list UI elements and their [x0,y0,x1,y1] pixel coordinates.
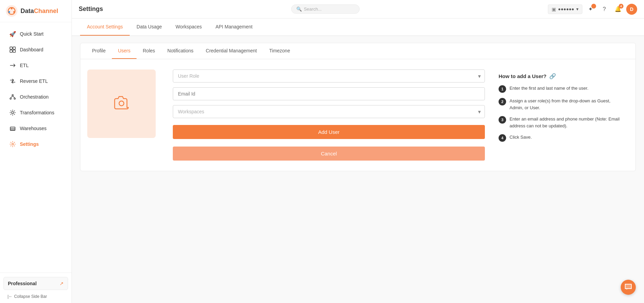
external-link-icon: ↗ [60,281,64,286]
sidebar-footer: Professional ↗ |← Collapse Side Bar [0,273,72,303]
svg-point-4 [13,11,15,13]
help-step-1: 1 Enter the first and last name of the u… [499,85,625,93]
svg-point-10 [10,98,11,99]
step-number-2: 2 [499,98,506,105]
svg-point-19 [119,101,124,106]
logo-channel-text: Channel [34,8,58,14]
svg-point-2 [11,8,13,10]
notifications-badge: 4 [619,4,623,9]
tab-credential-management[interactable]: Credential Management [199,43,263,59]
topbar: Settings 🔍 ▣ ●●●●●● ▾ ✦ ? 🔔 4 [72,0,644,18]
cancel-button[interactable]: Cancel [173,147,485,161]
step-number-4: 4 [499,134,506,142]
user-role-select[interactable]: User Role Guest Admin User [173,70,485,83]
chat-bubble[interactable] [621,280,636,295]
sidebar-item-label: Transformations [20,110,54,115]
tab-account-settings[interactable]: Account Settings [80,18,130,36]
topbar-actions: ▣ ●●●●●● ▾ ✦ ? 🔔 4 D [548,4,637,15]
search-bar[interactable]: 🔍 [291,4,360,14]
tab-users[interactable]: Users [112,43,137,59]
sidebar-item-reverse-etl[interactable]: Reverse ETL [3,74,69,89]
collapse-label: Collapse Side Bar [14,294,47,299]
svg-rect-5 [10,47,12,49]
sub-tabs: Profile Users Roles Notifications Creden… [80,43,635,59]
logo-data-text: Data [21,8,34,14]
workspaces-select[interactable]: Workspaces [173,105,485,118]
help-panel: How to add a User? 🔗 1 Enter the first a… [499,70,629,161]
link-icon[interactable]: 🔗 [549,73,556,79]
svg-rect-8 [13,50,15,52]
sidebar-item-settings[interactable]: Settings [3,137,69,152]
sidebar-item-label: Warehouses [20,126,47,131]
svg-point-3 [9,11,10,13]
svg-line-12 [11,96,13,98]
sidebar-item-label: Settings [20,141,39,147]
plan-label: Professional [8,281,37,286]
star-badge [591,4,596,9]
sidebar-item-etl[interactable]: ETL [3,58,69,73]
sidebar-nav: 🚀 Quick Start Dashboard ETL Reverse ETL [0,22,72,273]
svg-rect-6 [13,47,15,49]
svg-point-18 [12,143,14,145]
email-input[interactable] [173,87,485,100]
avatar-letter: D [630,7,633,12]
search-icon: 🔍 [296,7,302,12]
collapse-sidebar-btn[interactable]: |← Collapse Side Bar [3,293,68,300]
help-icon: ? [603,6,606,12]
help-btn[interactable]: ? [599,4,610,15]
step-number-3: 3 [499,116,506,124]
star-btn[interactable]: ✦ [585,4,596,15]
sidebar-item-label: Reverse ETL [20,78,48,84]
workspaces-wrapper: Workspaces [173,105,485,118]
user-role-wrapper: User Role Guest Admin User [173,70,485,83]
warehouses-icon [9,125,16,132]
svg-point-9 [12,94,13,96]
transformations-icon [9,109,16,116]
logo-icon [5,5,18,17]
svg-point-0 [6,5,17,17]
workspace-label: ●●●●●● [558,7,574,12]
orchestration-icon [9,93,16,101]
workspace-icon: ▣ [552,7,556,12]
sidebar-item-transformations[interactable]: Transformations [3,105,69,120]
chevron-down-icon: ▾ [576,7,579,12]
sidebar-item-dashboard[interactable]: Dashboard [3,42,69,57]
tab-timezone[interactable]: Timezone [263,43,296,59]
etl-icon [9,62,16,69]
help-step-3: 3 Enter an email address and phone numbe… [499,116,625,129]
sidebar-item-label: Dashboard [20,47,43,52]
sidebar-item-quick-start[interactable]: 🚀 Quick Start [3,26,69,41]
reverse-etl-icon [9,77,16,85]
svg-rect-7 [10,50,12,52]
tab-workspaces[interactable]: Workspaces [169,18,209,36]
plan-badge[interactable]: Professional ↗ [3,277,68,290]
main-content: Settings 🔍 ▣ ●●●●●● ▾ ✦ ? 🔔 4 [72,0,644,303]
sidebar-item-label: Orchestration [20,94,49,100]
avatar-upload[interactable] [87,70,156,138]
tab-api-management[interactable]: API Management [209,18,259,36]
user-form-row: User Role Guest Admin User Workspaces [87,70,485,161]
add-user-button[interactable]: Add User [173,125,485,139]
user-form-fields: User Role Guest Admin User Workspaces [173,70,485,161]
dashboard-icon [9,46,16,53]
workspace-selector[interactable]: ▣ ●●●●●● ▾ [548,4,582,14]
notifications-btn[interactable]: 🔔 4 [613,4,623,15]
help-step-2: 2 Assign a user role(s) from the drop-do… [499,98,625,111]
page-title: Settings [79,5,103,13]
settings-panel: Profile Users Roles Notifications Creden… [80,43,636,171]
sidebar-item-warehouses[interactable]: Warehouses [3,121,69,136]
sidebar-item-orchestration[interactable]: Orchestration [3,89,69,104]
tab-notifications[interactable]: Notifications [161,43,199,59]
sidebar-item-label: ETL [20,63,29,68]
tab-roles[interactable]: Roles [137,43,161,59]
svg-point-11 [14,98,15,99]
user-avatar[interactable]: D [626,4,637,15]
tab-data-usage[interactable]: Data Usage [130,18,169,36]
svg-line-13 [13,96,15,98]
search-input[interactable] [304,7,355,12]
sidebar-item-label: Quick Start [20,31,43,37]
rocket-icon: 🚀 [9,30,16,38]
tab-profile[interactable]: Profile [86,43,112,59]
logo: DataChannel [0,0,72,22]
help-steps: 1 Enter the first and last name of the u… [499,85,625,142]
